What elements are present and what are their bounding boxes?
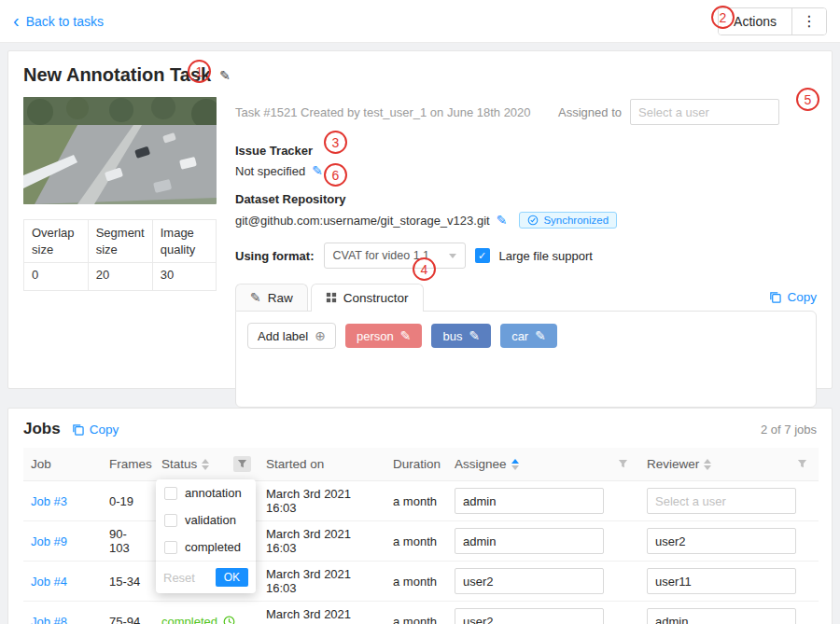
issue-tracker-value: Not specified [235, 164, 305, 178]
job-9-link[interactable]: Job #9 [31, 534, 67, 548]
edit-title-icon[interactable]: ✎ [219, 68, 231, 83]
large-file-support-label: Large file support [499, 249, 593, 263]
copy-icon [769, 291, 781, 303]
job-4-assignee-input[interactable] [455, 568, 604, 594]
completed-checkbox[interactable] [164, 541, 177, 554]
param-value-quality: 30 [152, 263, 216, 291]
format-row: Using format: CVAT for video 1.1 ✓ Large… [235, 243, 817, 269]
filter-option-validation[interactable]: validation [156, 506, 256, 534]
label-constructor-panel: Add label ⊕ person ✎ bus ✎ car [235, 311, 817, 408]
back-to-tasks-link[interactable]: ‹ Back to tasks [13, 14, 104, 29]
label-chip-car-name: car [511, 329, 528, 343]
tab-constructor-label: Constructor [343, 291, 409, 305]
assigned-to-group: Assigned to [558, 99, 779, 125]
large-file-support-checkbox[interactable]: ✓ [475, 248, 490, 263]
jobs-table: Job Frames Status Started on Duration As… [23, 448, 819, 624]
job-row-9: Job #9 90-103 March 3rd 2021 16:03 a mon… [23, 521, 819, 562]
actions-menu-button[interactable]: ⋮ [792, 8, 826, 35]
param-value-segment: 20 [88, 263, 152, 291]
job-3-link[interactable]: Job #3 [31, 494, 67, 508]
job-row-8: Job #8 75-94 completed March 3rd 2021 16… [23, 602, 819, 624]
copy-jobs-link[interactable]: Copy [72, 423, 119, 437]
filter-option-validation-label: validation [185, 513, 236, 527]
col-frames: Frames [109, 457, 152, 471]
jobs-count: 2 of 7 jobs [761, 423, 817, 437]
reviewer-sort-button[interactable] [704, 459, 711, 470]
issue-tracker-block: Issue Tracker Not specified ✎ [235, 144, 817, 178]
label-chip-bus[interactable]: bus ✎ [431, 324, 491, 348]
edit-issue-tracker-icon[interactable]: ✎ [312, 163, 323, 178]
task-preview-image [23, 97, 217, 204]
sync-status-badge: Synchronized [519, 212, 617, 229]
ellipsis-icon: ⋮ [802, 13, 817, 29]
label-chip-person-name: person [357, 329, 394, 343]
add-label-button[interactable]: Add label ⊕ [247, 323, 336, 349]
job-3-assignee-input[interactable] [455, 488, 604, 514]
copy-icon [72, 423, 84, 436]
label-chip-person[interactable]: person ✎ [345, 324, 422, 348]
edit-repository-icon[interactable]: ✎ [497, 213, 508, 228]
callout-4: 4 [413, 257, 436, 281]
completed-clock-icon [223, 616, 235, 624]
label-chip-car[interactable]: car ✎ [500, 324, 557, 348]
callout-1: 1 [188, 60, 211, 83]
status-filter-icon[interactable] [233, 456, 251, 472]
job-3-reviewer-input[interactable] [647, 488, 796, 514]
assignee-select-input[interactable] [630, 99, 779, 125]
format-select[interactable]: CVAT for video 1.1 [324, 243, 466, 269]
reviewer-filter-icon[interactable] [793, 456, 811, 472]
assigned-to-label: Assigned to [558, 105, 622, 119]
jobs-card: Jobs Copy 2 of 7 jobs Job Frames Status [7, 408, 833, 624]
tab-raw[interactable]: ✎ Raw [235, 284, 308, 311]
repository-url: git@github.com:username/git_storage_v123… [235, 214, 490, 228]
task-parameters-table: Overlap size Segment size Image quality … [23, 219, 217, 291]
job-8-frames: 75-94 [109, 615, 140, 624]
job-9-reviewer-input[interactable] [647, 528, 796, 554]
col-assignee: Assignee [455, 457, 507, 471]
constructor-block-icon [326, 292, 337, 303]
job-4-link[interactable]: Job #4 [31, 575, 67, 589]
copy-labels-link[interactable]: Copy [769, 290, 817, 304]
back-to-tasks-label: Back to tasks [26, 14, 104, 29]
filter-option-completed[interactable]: completed [156, 534, 256, 561]
task-page: ‹ Back to tasks Actions ⋮ New Annotation… [0, 0, 840, 624]
tab-raw-label: Raw [268, 291, 293, 305]
job-4-frames: 15-34 [109, 575, 140, 589]
jobs-table-header-row: Job Frames Status Started on Duration As… [23, 448, 819, 481]
add-label-text: Add label [258, 329, 308, 343]
task-title-row: New Annotation Task ✎ [23, 64, 817, 86]
param-header-quality: Image quality [152, 220, 216, 263]
job-8-status: completed [161, 615, 235, 624]
filter-ok-button[interactable]: OK [216, 568, 248, 587]
job-8-reviewer-input[interactable] [647, 608, 796, 624]
task-details-card: New Annotation Task ✎ [7, 50, 833, 389]
task-title: New Annotation Task [23, 64, 211, 86]
job-9-assignee-input[interactable] [455, 528, 604, 554]
edit-label-bus-icon[interactable]: ✎ [469, 328, 480, 343]
job-row-4: Job #4 15-34 March 3rd 2021 16:03 a mont… [23, 562, 819, 602]
job-8-duration: a month [393, 615, 437, 624]
param-header-segment: Segment size [88, 220, 152, 263]
job-3-duration: a month [393, 494, 437, 508]
filter-option-annotation[interactable]: annotation [156, 479, 256, 506]
assignee-filter-icon[interactable] [614, 456, 632, 472]
job-9-frames: 90-103 [109, 527, 130, 555]
annotation-checkbox[interactable] [164, 487, 177, 500]
copy-labels-label: Copy [787, 290, 817, 304]
status-sort-button[interactable] [202, 459, 209, 470]
edit-label-person-icon[interactable]: ✎ [400, 328, 412, 343]
callout-3: 3 [324, 131, 347, 154]
validation-checkbox[interactable] [164, 514, 177, 527]
job-4-reviewer-input[interactable] [647, 568, 796, 594]
job-9-duration: a month [393, 534, 437, 548]
param-header-overlap: Overlap size [24, 220, 89, 263]
using-format-label: Using format: [235, 249, 315, 263]
job-9-started: March 3rd 2021 16:03 [266, 527, 351, 555]
job-8-link[interactable]: Job #8 [31, 615, 67, 624]
tab-constructor[interactable]: Constructor [311, 284, 424, 312]
job-8-assignee-input[interactable] [455, 608, 604, 624]
edit-label-car-icon[interactable]: ✎ [535, 328, 546, 343]
assignee-sort-button[interactable] [511, 459, 519, 470]
filter-reset-button[interactable]: Reset [163, 571, 195, 585]
col-job: Job [31, 457, 51, 471]
